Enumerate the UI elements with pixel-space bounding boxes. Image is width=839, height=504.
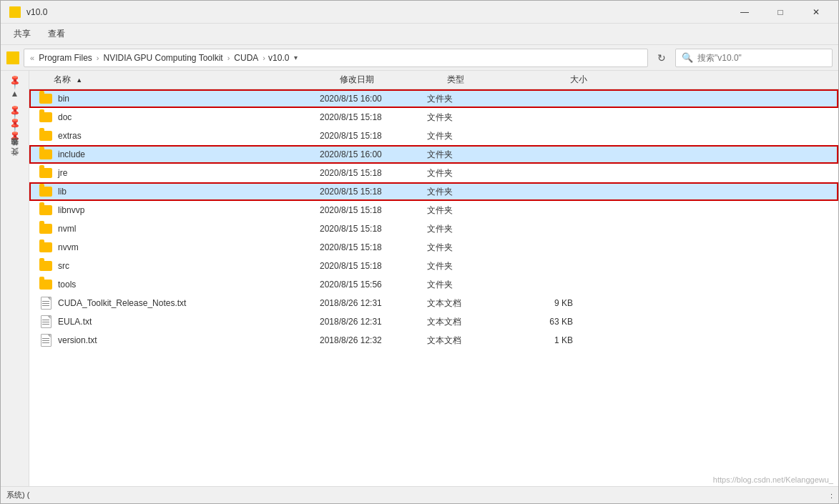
folder-icon	[36, 127, 55, 145]
file-name: tools	[55, 280, 320, 290]
file-type: 文件夹	[427, 223, 513, 235]
file-name: version.txt	[55, 335, 320, 345]
file-type: 文件夹	[427, 204, 513, 217]
file-size: 63 KB	[513, 317, 584, 327]
breadcrumb-bar: « Program Files › NVIDIA GPU Computing T…	[24, 49, 648, 67]
list-item[interactable]: tools2020/8/15 15:56文件夹	[29, 275, 838, 294]
menu-view[interactable]: 查看	[41, 25, 72, 43]
file-date: 2020/8/15 16:00	[320, 94, 427, 104]
pin-icon-4[interactable]: 📌	[7, 129, 23, 145]
refresh-button[interactable]: ↻	[652, 49, 671, 67]
list-item[interactable]: doc2020/8/15 15:18文件夹	[29, 108, 838, 127]
column-header: 名称 ▲ 修改日期 类型 大小	[29, 71, 838, 89]
search-icon: 🔍	[682, 52, 693, 63]
list-item[interactable]: include2020/8/15 16:00文件夹	[29, 145, 838, 164]
folder-icon	[36, 275, 55, 294]
folder-icon	[36, 219, 55, 238]
list-item[interactable]: bin2020/8/15 16:00文件夹	[29, 89, 838, 108]
file-date: 2020/8/15 15:18	[320, 205, 427, 215]
maximize-button[interactable]: □	[764, 1, 797, 24]
title-bar: v10.0 — □ ✕	[1, 1, 838, 24]
col-header-size[interactable]: 大小	[527, 71, 599, 89]
file-type: 文本文档	[427, 335, 513, 347]
search-box: 🔍	[675, 49, 833, 67]
main-area: 📌 ▲ 📌 📌 📌 加香效 文件 名称 ▲ 修改日期 类型 大小	[1, 71, 838, 486]
file-date: 2018/8/26 12:31	[320, 317, 427, 327]
folder-icon	[36, 108, 55, 127]
folder-icon	[36, 257, 55, 275]
file-type: 文件夹	[427, 260, 513, 272]
close-button[interactable]: ✕	[800, 1, 833, 24]
file-name: nvml	[55, 224, 320, 234]
menu-share[interactable]: 共享	[6, 25, 38, 43]
list-item[interactable]: EULA.txt2018/8/26 12:31文本文档63 KB	[29, 312, 838, 331]
breadcrumb-sep-2: ›	[225, 54, 233, 62]
file-name: nvvm	[55, 242, 320, 252]
file-name: CUDA_Toolkit_Release_Notes.txt	[55, 298, 320, 308]
status-left: 系统) (	[6, 490, 29, 500]
txt-icon	[36, 331, 55, 350]
minimize-button[interactable]: —	[728, 1, 761, 24]
folder-icon	[36, 89, 55, 108]
folder-icon	[36, 238, 55, 257]
list-item[interactable]: src2020/8/15 15:18文件夹	[29, 257, 838, 275]
file-type: 文件夹	[427, 279, 513, 291]
breadcrumb-sep-3: ›	[260, 54, 268, 62]
file-date: 2018/8/26 12:31	[320, 298, 427, 308]
txt-icon	[36, 312, 55, 331]
file-type: 文件夹	[427, 112, 513, 124]
title-bar-controls: — □ ✕	[728, 1, 833, 24]
breadcrumb-program-files[interactable]: Program Files	[37, 53, 94, 63]
breadcrumb-nvidia[interactable]: NVIDIA GPU Computing Toolkit	[102, 53, 224, 63]
file-type: 文件夹	[427, 242, 513, 254]
breadcrumb-sep-1: ›	[94, 54, 102, 62]
watermark: https://blog.csdn.net/Kelanggewu_	[713, 475, 833, 484]
col-header-name[interactable]: 名称 ▲	[48, 71, 334, 89]
file-name: libnvvp	[55, 205, 320, 215]
file-type: 文件夹	[427, 130, 513, 142]
col-header-type[interactable]: 类型	[441, 71, 527, 89]
list-item[interactable]: lib2020/8/15 15:18文件夹	[29, 182, 838, 201]
file-date: 2020/8/15 15:56	[320, 280, 427, 290]
file-date: 2020/8/15 15:18	[320, 242, 427, 252]
file-type: 文件夹	[427, 149, 513, 161]
file-date: 2020/8/15 15:18	[320, 131, 427, 141]
app-icon	[9, 6, 21, 18]
folder-icon	[36, 182, 55, 201]
file-name: src	[55, 261, 320, 271]
list-item[interactable]: nvml2020/8/15 15:18文件夹	[29, 219, 838, 238]
status-right: :	[830, 491, 833, 500]
search-input[interactable]	[697, 53, 826, 63]
scroll-up-icon[interactable]: ▲	[11, 89, 19, 98]
file-name: doc	[55, 112, 320, 122]
file-type: 文件夹	[427, 167, 513, 179]
breadcrumb-dropdown-icon[interactable]: ▾	[289, 51, 302, 64]
file-name: include	[55, 149, 320, 159]
pin-icon[interactable]: 📌	[7, 74, 23, 89]
file-name: bin	[55, 94, 320, 104]
list-item[interactable]: libnvvp2020/8/15 15:18文件夹	[29, 201, 838, 219]
file-date: 2020/8/15 15:18	[320, 168, 427, 178]
col-header-date[interactable]: 修改日期	[334, 71, 441, 89]
window: v10.0 — □ ✕ 共享 查看 « Program Files › NVID…	[0, 0, 839, 504]
file-name: extras	[55, 131, 320, 141]
file-list: bin2020/8/15 16:00文件夹doc2020/8/15 15:18文…	[29, 89, 838, 486]
list-item[interactable]: CUDA_Toolkit_Release_Notes.txt2018/8/26 …	[29, 294, 838, 312]
file-date: 2020/8/15 15:18	[320, 261, 427, 271]
list-item[interactable]: extras2020/8/15 15:18文件夹	[29, 127, 838, 145]
list-item[interactable]: nvvm2020/8/15 15:18文件夹	[29, 238, 838, 257]
file-size: 1 KB	[513, 335, 584, 345]
breadcrumb-cuda[interactable]: CUDA	[232, 53, 260, 63]
file-date: 2020/8/15 15:18	[320, 187, 427, 197]
file-type: 文本文档	[427, 297, 513, 310]
file-date: 2020/8/15 16:00	[320, 149, 427, 159]
txt-icon	[36, 294, 55, 312]
title-bar-left: v10.0	[9, 6, 47, 18]
list-item[interactable]: version.txt2018/8/26 12:32文本文档1 KB	[29, 331, 838, 350]
file-date: 2020/8/15 15:18	[320, 112, 427, 122]
file-area: 名称 ▲ 修改日期 类型 大小 bin2020/8/15 16:00文件夹doc…	[29, 71, 838, 486]
file-type: 文件夹	[427, 186, 513, 198]
folder-icon	[36, 145, 55, 164]
file-name: jre	[55, 168, 320, 178]
list-item[interactable]: jre2020/8/15 15:18文件夹	[29, 164, 838, 182]
